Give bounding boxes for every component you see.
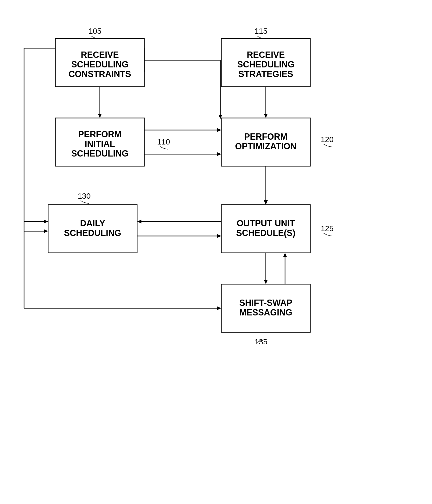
svg-marker-30 — [217, 306, 221, 310]
svg-marker-1 — [98, 114, 102, 118]
box-115-label2: SCHEDULING — [237, 60, 294, 69]
ref-120: 120 — [321, 135, 333, 144]
box-130-label: DAILY — [80, 218, 105, 228]
box-105-label3: CONSTRAINTS — [69, 69, 131, 79]
box-115-label3: STRATEGIES — [238, 69, 293, 79]
diagram-container: RECEIVE SCHEDULING CONSTRAINTS 105 RECEI… — [0, 0, 432, 504]
svg-marker-9 — [217, 128, 221, 132]
box-120-label: PERFORM — [244, 132, 287, 142]
ref-115: 115 — [254, 27, 267, 36]
ref-110: 110 — [157, 137, 170, 146]
svg-marker-27 — [44, 229, 48, 233]
svg-marker-25 — [44, 220, 48, 224]
box-135-label2: MESSAGING — [239, 307, 292, 317]
svg-marker-21 — [283, 253, 287, 257]
box-135-label: SHIFT-SWAP — [239, 298, 292, 308]
svg-marker-13 — [264, 200, 268, 205]
box-110-label: PERFORM — [78, 129, 121, 139]
ref-130: 130 — [78, 192, 90, 200]
svg-marker-3 — [264, 114, 268, 118]
ref-105: 105 — [88, 27, 101, 36]
box-105-label2: SCHEDULING — [71, 60, 129, 69]
box-115-label: RECEIVE — [247, 50, 285, 60]
box-125-label: OUTPUT UNIT — [237, 218, 295, 228]
ref-125: 125 — [321, 224, 333, 233]
box-110-label2: INITIAL — [85, 139, 115, 149]
svg-marker-15 — [137, 220, 141, 224]
svg-marker-17 — [217, 234, 221, 238]
box-110-label3: SCHEDULING — [71, 149, 129, 158]
box-120-label2: OPTIMIZATION — [235, 141, 296, 151]
svg-marker-11 — [217, 152, 221, 156]
box-130-label2: SCHEDULING — [64, 228, 121, 238]
svg-marker-19 — [264, 280, 268, 284]
box-105-label: RECEIVE — [81, 50, 119, 60]
box-125-label2: SCHEDULE(S) — [236, 228, 295, 238]
ref-135: 135 — [254, 337, 267, 346]
